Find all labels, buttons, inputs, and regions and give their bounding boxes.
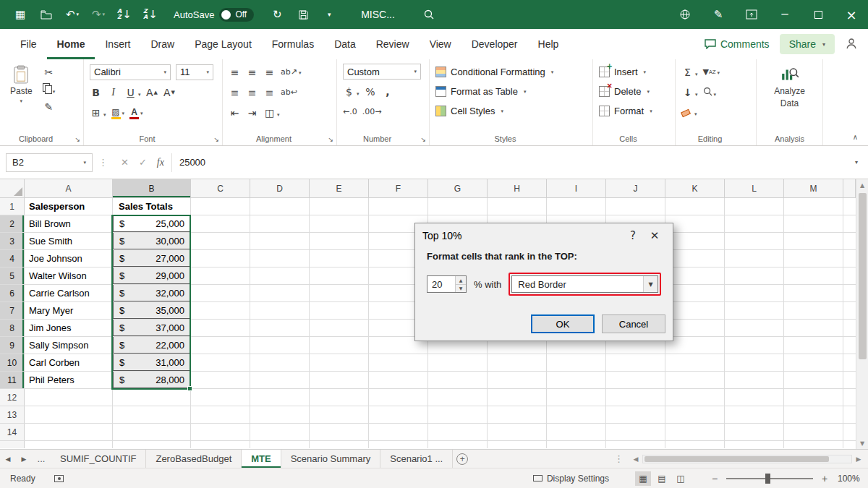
- orientation-icon[interactable]: ab↗▾: [281, 65, 301, 79]
- more-sheets-indicator[interactable]: ...: [32, 450, 51, 468]
- rank-spinner-value[interactable]: 20: [427, 276, 455, 292]
- sort-ascending-icon[interactable]: AZ↓: [115, 4, 134, 25]
- tab-formulas[interactable]: Formulas: [262, 29, 324, 59]
- zoom-slider[interactable]: [726, 478, 813, 479]
- tab-file[interactable]: File: [10, 29, 47, 59]
- ribbon-display-options-icon[interactable]: [735, 0, 768, 29]
- cell-b2[interactable]: $25,000: [113, 215, 191, 232]
- decrease-indent-icon[interactable]: ⇤: [229, 106, 241, 119]
- format-dropdown[interactable]: Red Border ▼: [511, 275, 658, 293]
- cell-b13[interactable]: [113, 406, 191, 423]
- font-color-icon[interactable]: A▾: [129, 106, 143, 119]
- align-top-icon[interactable]: ≡: [229, 65, 241, 79]
- sheet-tab-scenario-summary[interactable]: Scenario Summary: [281, 450, 381, 468]
- redo-icon[interactable]: ↷▾: [89, 4, 108, 25]
- column-header-j[interactable]: J: [606, 179, 665, 198]
- cell-a4[interactable]: Joe Johnson: [25, 250, 113, 267]
- row-header-2[interactable]: 2: [0, 215, 25, 232]
- sort-descending-icon[interactable]: ZA↓: [141, 4, 160, 25]
- number-format-select[interactable]: Custom▾: [343, 64, 421, 80]
- cell-b4[interactable]: $27,000: [113, 250, 191, 267]
- cell-a7[interactable]: Mary Myer: [25, 302, 113, 319]
- zoom-in-button[interactable]: +: [819, 473, 830, 484]
- paste-button[interactable]: Paste ▾: [6, 64, 37, 132]
- row-header-10[interactable]: 10: [0, 354, 25, 371]
- tab-home[interactable]: Home: [47, 29, 95, 59]
- dialog-title-bar[interactable]: Top 10% ? ✕: [415, 223, 673, 248]
- column-header-h[interactable]: H: [488, 179, 547, 198]
- cell-b10[interactable]: $31,000: [113, 354, 191, 371]
- empty-cells-row-13[interactable]: [191, 406, 856, 423]
- tab-view[interactable]: View: [420, 29, 461, 59]
- cell-a9[interactable]: Sally Simpson: [25, 337, 113, 354]
- sheet-tab-zerobasedbudget[interactable]: ZeroBasedBudget: [146, 450, 242, 468]
- spinner-up-icon[interactable]: ▲: [456, 276, 466, 285]
- tab-splitter-handle[interactable]: ⋮: [608, 450, 629, 468]
- tab-draw[interactable]: Draw: [140, 29, 184, 59]
- scroll-down-icon[interactable]: ▼: [856, 437, 868, 449]
- row-header-14[interactable]: 14: [0, 424, 25, 440]
- align-right-icon[interactable]: ≡: [263, 85, 276, 99]
- save-icon[interactable]: [294, 4, 312, 25]
- row-header-1[interactable]: 1: [0, 198, 25, 215]
- empty-cells-row-14[interactable]: [191, 424, 856, 440]
- clipboard-dialog-launcher-icon[interactable]: ↘: [75, 136, 80, 143]
- scroll-up-icon[interactable]: ▲: [856, 179, 868, 191]
- bold-button[interactable]: B: [90, 85, 102, 99]
- record-macro-icon[interactable]: [54, 475, 64, 482]
- align-bottom-icon[interactable]: ≡: [263, 65, 276, 79]
- scroll-right-icon[interactable]: ▶: [852, 455, 865, 463]
- cell-a6[interactable]: Carrie Carlson: [25, 285, 113, 301]
- cell-a2[interactable]: Bill Brown: [25, 215, 113, 232]
- page-layout-view-icon[interactable]: ▤: [654, 471, 670, 486]
- row-header-7[interactable]: 7: [0, 302, 25, 319]
- empty-cells-row-1[interactable]: [191, 198, 856, 215]
- format-painter-icon[interactable]: ✎: [43, 100, 56, 114]
- align-middle-icon[interactable]: ≡: [246, 65, 258, 79]
- row-header-12[interactable]: 12: [0, 389, 25, 406]
- percent-style-icon[interactable]: %: [365, 85, 377, 98]
- align-left-icon[interactable]: ≡: [229, 85, 241, 99]
- row-header-5[interactable]: 5: [0, 267, 25, 284]
- collapse-ribbon-icon[interactable]: ∧: [853, 133, 858, 141]
- underline-button[interactable]: U▾: [124, 85, 141, 99]
- display-settings-button[interactable]: Display Settings: [533, 474, 609, 484]
- sort-filter-icon[interactable]: ▼AZ▾: [703, 65, 720, 79]
- horizontal-scrollbar[interactable]: ◀ ▶: [629, 450, 868, 468]
- cell-b6[interactable]: $32,000: [113, 285, 191, 301]
- cell-b9[interactable]: $22,000: [113, 337, 191, 354]
- app-grid-icon[interactable]: ▦: [11, 4, 30, 25]
- draw-pencil-icon[interactable]: ✎: [702, 0, 735, 29]
- scroll-left-icon[interactable]: ◀: [629, 455, 642, 463]
- undo-icon[interactable]: ↶▾: [63, 4, 82, 25]
- comma-style-icon[interactable]: ,: [382, 85, 394, 98]
- rank-spinner[interactable]: 20 ▲ ▼: [427, 275, 467, 293]
- column-header-a[interactable]: A: [25, 179, 113, 198]
- increase-font-size-icon[interactable]: A▲: [146, 85, 158, 99]
- cell-a3[interactable]: Sue Smith: [25, 233, 113, 249]
- font-name-select[interactable]: Calibri▾: [90, 64, 171, 80]
- cell-b3[interactable]: $30,000: [113, 233, 191, 249]
- autosum-icon[interactable]: Σ▾: [681, 65, 698, 79]
- maximize-icon[interactable]: [801, 0, 835, 29]
- previous-sheet-icon[interactable]: ◀: [0, 450, 16, 468]
- empty-cells-row-10[interactable]: [191, 354, 856, 371]
- fill-icon[interactable]: ↓▾: [681, 85, 698, 99]
- sheet-view-icon[interactable]: [668, 0, 702, 29]
- sheet-tab-scenario1[interactable]: Scenario1 ...: [380, 450, 453, 468]
- zoom-slider-thumb[interactable]: [765, 474, 770, 484]
- decrease-decimal-icon[interactable]: .00→: [362, 105, 382, 119]
- cell-b1[interactable]: Sales Totals: [113, 198, 191, 215]
- comments-button[interactable]: Comments: [705, 38, 770, 50]
- column-header-b[interactable]: B: [113, 179, 191, 198]
- cell-b8[interactable]: $37,000: [113, 320, 191, 336]
- cell-a11[interactable]: Phil Peters: [25, 372, 113, 388]
- cell-a13[interactable]: [25, 406, 113, 423]
- cell-b5[interactable]: $29,000: [113, 267, 191, 284]
- tab-help[interactable]: Help: [528, 29, 569, 59]
- increase-decimal-icon[interactable]: ←.0: [343, 105, 357, 119]
- name-box[interactable]: B2 ▾: [6, 153, 93, 172]
- cell-a14[interactable]: [25, 424, 113, 440]
- format-cells-button[interactable]: Format▾: [599, 103, 669, 119]
- cell-a12[interactable]: [25, 389, 113, 406]
